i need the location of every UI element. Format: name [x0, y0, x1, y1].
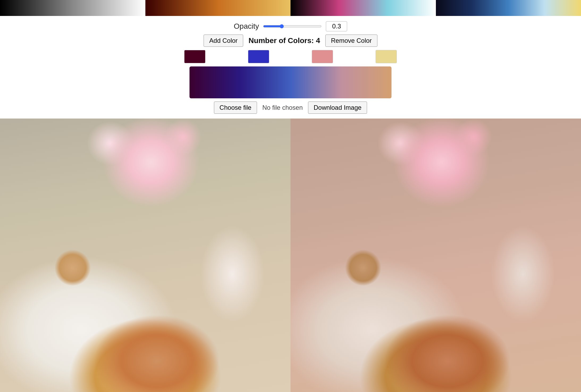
controls-section: Opacity Add Color Number of Colors: 4 Re… [0, 16, 581, 116]
filtered-image-panel [290, 119, 581, 392]
preset-bar-4[interactable] [436, 0, 581, 16]
remove-color-button[interactable]: Remove Color [325, 35, 377, 47]
preset-bar-3[interactable] [290, 0, 436, 16]
gradient-preview-bar [190, 66, 391, 98]
preset-bar-1[interactable] [0, 0, 145, 16]
opacity-label: Opacity [234, 22, 259, 31]
preset-bar-2[interactable] [145, 0, 291, 16]
color-swatch-2[interactable] [248, 50, 269, 63]
opacity-value-input[interactable] [326, 21, 347, 31]
download-image-button[interactable]: Download Image [308, 102, 367, 114]
file-row: Choose file No file chosen Download Imag… [214, 102, 367, 114]
color-buttons-row: Add Color Number of Colors: 4 Remove Col… [204, 35, 377, 47]
color-swatch-1[interactable] [184, 50, 205, 63]
num-colors-label: Number of Colors: 4 [249, 36, 320, 45]
swatches-row [0, 50, 581, 63]
choose-file-button[interactable]: Choose file [214, 102, 257, 114]
color-swatch-4[interactable] [376, 50, 397, 63]
opacity-slider[interactable] [263, 24, 322, 28]
opacity-row: Opacity [234, 21, 347, 31]
images-row [0, 119, 581, 392]
add-color-button[interactable]: Add Color [204, 35, 243, 47]
color-swatch-3[interactable] [312, 50, 333, 63]
no-file-text: No file chosen [262, 104, 303, 111]
original-image-panel [0, 119, 290, 392]
preset-bars [0, 0, 581, 16]
